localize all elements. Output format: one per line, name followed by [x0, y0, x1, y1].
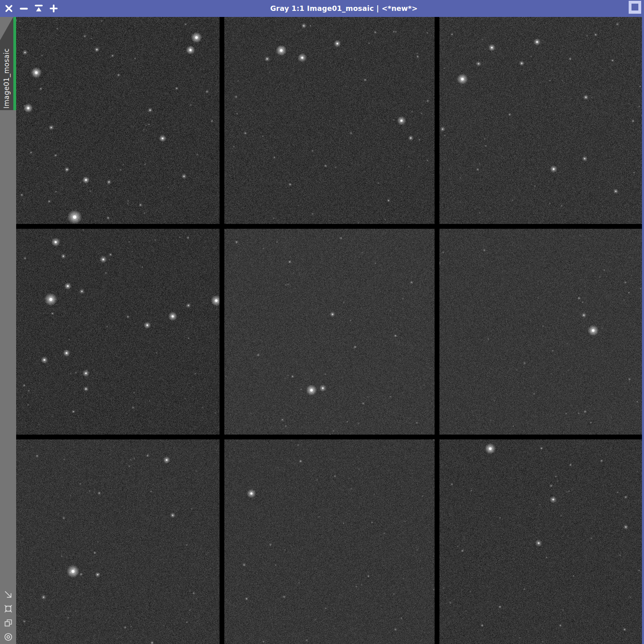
- frame-tab-label: Image01_mosaic: [2, 48, 10, 109]
- titlebar-controls: [0, 3, 59, 14]
- plus-icon: [49, 4, 58, 13]
- frame-region-icon: [3, 604, 13, 614]
- maximize-button[interactable]: [629, 1, 641, 14]
- titlebar: Gray 1:1 Image01_mosaic | <*new*>: [0, 0, 644, 17]
- minimize-button[interactable]: [18, 3, 29, 14]
- window-title: Gray 1:1 Image01_mosaic | <*new*>: [59, 4, 629, 13]
- close-button[interactable]: [3, 3, 15, 14]
- frame-sidebar: Image01_mosaic: [0, 17, 16, 644]
- frame-region-button[interactable]: [3, 603, 13, 614]
- shrink-to-fit-icon: [34, 4, 44, 13]
- layers-button[interactable]: [3, 617, 13, 628]
- frame-tab[interactable]: Image01_mosaic: [0, 17, 16, 110]
- mosaic-image-canvas[interactable]: [16, 17, 644, 644]
- window-frame-edge: [642, 17, 644, 644]
- maximize-icon: [629, 1, 641, 14]
- pan-button[interactable]: [3, 589, 13, 600]
- center-target-button[interactable]: [3, 631, 13, 642]
- zoom-in-button[interactable]: [48, 3, 59, 14]
- sidebar-tools: [0, 589, 16, 642]
- layers-icon: [3, 618, 13, 628]
- image-display-window: Gray 1:1 Image01_mosaic | <*new*> Image0…: [0, 0, 644, 644]
- shrink-to-fit-button[interactable]: [33, 3, 44, 14]
- active-frame-stripe: [13, 17, 16, 110]
- minimize-icon: [19, 4, 28, 13]
- close-icon: [4, 4, 13, 13]
- pan-arrow-icon: [3, 590, 13, 600]
- target-icon: [3, 632, 13, 642]
